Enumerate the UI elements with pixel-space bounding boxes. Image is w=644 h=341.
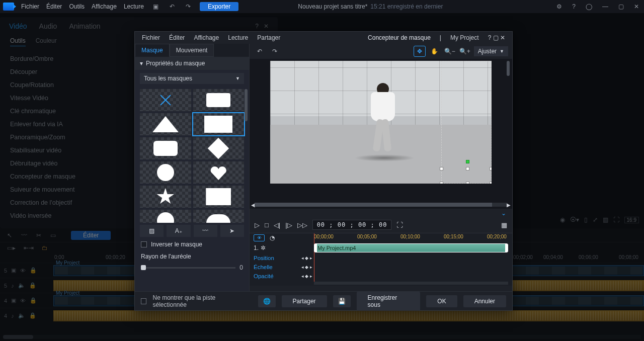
panel-close-icon[interactable]: ✕ <box>264 23 269 30</box>
keyframe-nav[interactable]: ◂ ◆ ▸ <box>300 255 314 261</box>
window-close-icon[interactable]: ✕ <box>632 3 641 10</box>
save-icon[interactable]: ▣ <box>151 3 160 10</box>
share-globe-button[interactable]: 🌐 <box>258 295 276 307</box>
help-icon[interactable]: ? <box>570 3 578 10</box>
tl-folder-icon[interactable]: 🗀 <box>42 244 48 251</box>
menu-playback[interactable]: Lecture <box>124 3 144 10</box>
tl-crop-icon[interactable]: ▭ <box>50 232 56 239</box>
mask-stamp[interactable] <box>193 186 245 208</box>
scroll-right-icon[interactable]: ▶ <box>506 202 511 208</box>
brush-pen-icon[interactable]: ➤ <box>220 225 244 237</box>
undo-icon[interactable]: ↶ <box>254 46 266 57</box>
dialog-clip[interactable]: My Project.mp4 <box>314 243 508 252</box>
lock-icon[interactable]: 🔒 <box>30 267 37 274</box>
lock-icon[interactable]: 🔒 <box>29 282 36 289</box>
section-mask-properties[interactable]: ▾ Propriétés du masque <box>135 57 249 70</box>
redo-icon[interactable]: ↷ <box>269 46 281 57</box>
zoom-fit-dropdown[interactable]: Ajuster ▼ <box>474 46 508 56</box>
dialog-track-row[interactable]: 1.✲ My Project.mp4 <box>250 242 512 253</box>
mask-heart[interactable] <box>193 161 245 184</box>
halo-radius-slider[interactable] <box>141 267 235 269</box>
redo-icon[interactable]: ↷ <box>184 3 193 10</box>
invert-mask-row[interactable]: Inverser le masque <box>135 239 249 250</box>
preview-canvas[interactable] <box>270 61 492 184</box>
window-minimize-icon[interactable]: — <box>600 3 610 10</box>
mask-round-rect[interactable] <box>140 137 191 159</box>
lock-icon[interactable]: 🔒 <box>30 297 37 304</box>
rotate-handle[interactable] <box>466 160 469 163</box>
dlg-menu-edit[interactable]: Éditer <box>169 34 185 41</box>
preview-viewport[interactable]: ◀ ▶ <box>250 59 512 209</box>
keyframe-row-position[interactable]: Position◂ ◆ ▸ <box>250 253 512 263</box>
dlg-menu-file[interactable]: Fichier <box>142 34 160 41</box>
fullscreen-icon[interactable]: ⛶ <box>613 216 619 223</box>
keyframe-row-opacity[interactable]: Opacité◂ ◆ ▸ <box>250 272 512 281</box>
mask-selection-box[interactable] <box>441 61 492 184</box>
panel-tab-audio[interactable]: Audio <box>39 22 57 30</box>
settings-icon[interactable]: ⚙ <box>554 3 564 10</box>
subtab-tools[interactable]: Outils <box>10 37 26 46</box>
menu-tools[interactable]: Outils <box>69 3 85 10</box>
next-frame-icon[interactable]: |▷ <box>285 221 292 229</box>
resize-handle[interactable] <box>490 167 492 170</box>
dialog-help-icon[interactable]: ? <box>488 34 492 41</box>
zoom-out-icon[interactable]: 🔍− <box>444 46 456 57</box>
snapshot-icon[interactable]: ◉ <box>560 216 565 223</box>
resize-handle[interactable] <box>466 182 469 184</box>
mask-scallop[interactable] <box>193 210 245 223</box>
mask-none[interactable] <box>140 89 191 111</box>
zoom-in-icon[interactable]: 🔍+ <box>459 46 471 57</box>
timeline-scrollbar[interactable] <box>3 335 641 339</box>
invert-mask-checkbox[interactable] <box>141 241 147 247</box>
collapse-preview-icon[interactable]: ⌄ <box>501 210 506 217</box>
dlg-menu-playback[interactable]: Lecture <box>228 34 248 41</box>
playhead[interactable] <box>314 233 314 283</box>
cancel-button[interactable]: Annuler <box>463 295 506 307</box>
tl-edit-button[interactable]: Éditer <box>71 231 111 240</box>
fast-forward-icon[interactable]: ▷▷ <box>297 221 307 229</box>
menu-view[interactable]: Affichage <box>92 3 117 10</box>
mute-icon[interactable]: 🔈 <box>18 282 25 289</box>
mask-bar[interactable] <box>193 89 245 111</box>
window-maximize-icon[interactable]: ▢ <box>616 3 626 10</box>
mask-category-dropdown[interactable]: Tous les masques ▼ <box>140 73 244 84</box>
fit-icon[interactable]: ⤢ <box>593 216 598 223</box>
tab-motion[interactable]: Mouvement <box>170 44 214 57</box>
dlg-menu-view[interactable]: Affichage <box>194 34 219 41</box>
tab-mask[interactable]: Masque <box>135 44 170 57</box>
resize-handle[interactable] <box>440 182 443 184</box>
prev-frame-icon[interactable]: ◁| <box>274 221 280 229</box>
preview-vscrollbar[interactable] <box>506 61 510 199</box>
lock-icon[interactable]: 🔒 <box>29 312 36 319</box>
tl-mode-a-icon[interactable]: ▭▸ <box>7 244 16 251</box>
marker-icon[interactable]: ▯ <box>584 216 588 223</box>
mask-triangle[interactable] <box>140 113 191 135</box>
mask-diamond[interactable] <box>193 137 245 159</box>
ok-button[interactable]: OK <box>426 295 457 307</box>
resize-handle[interactable] <box>466 167 469 170</box>
panel-help-icon[interactable]: ? <box>255 23 259 30</box>
keyframe-nav[interactable]: ◂ ◆ ▸ <box>300 274 314 279</box>
keyframe-marker-icon[interactable]: ◔ <box>270 234 275 241</box>
dlg-menu-share[interactable]: Partager <box>257 34 280 41</box>
audio-clip[interactable] <box>53 310 644 321</box>
account-icon[interactable]: ◯ <box>584 3 594 10</box>
panel-tab-video[interactable]: Vidéo <box>9 22 27 30</box>
undo-icon[interactable]: ↶ <box>168 3 177 10</box>
mask-star[interactable] <box>140 186 191 208</box>
record-icon[interactable]: ⦿▾ <box>570 216 579 223</box>
aspect-ratio-chip[interactable]: 16:9 <box>624 217 639 223</box>
brush-freehand-icon[interactable]: 〰 <box>194 225 217 237</box>
mask-full-rect[interactable] <box>193 113 245 135</box>
dialog-maximize-icon[interactable]: ▢ <box>493 34 499 41</box>
share-button[interactable]: Partager <box>282 295 327 307</box>
resize-handle[interactable] <box>440 167 443 170</box>
export-button[interactable]: Exporter <box>200 2 238 11</box>
menu-edit[interactable]: Éditer <box>46 3 62 10</box>
dialog-timeline-ruler[interactable]: 00;00;00 00;05;00 00;10;00 00;15;00 00;2… <box>314 233 512 242</box>
save-as-button[interactable]: Enregistrer sous <box>357 292 421 311</box>
only-selected-checkbox[interactable] <box>141 298 146 304</box>
safe-zone-icon[interactable]: ▦ <box>501 221 507 229</box>
save-as-icon-button[interactable]: 💾 <box>333 295 351 307</box>
eye-icon[interactable]: 👁 <box>20 298 26 304</box>
